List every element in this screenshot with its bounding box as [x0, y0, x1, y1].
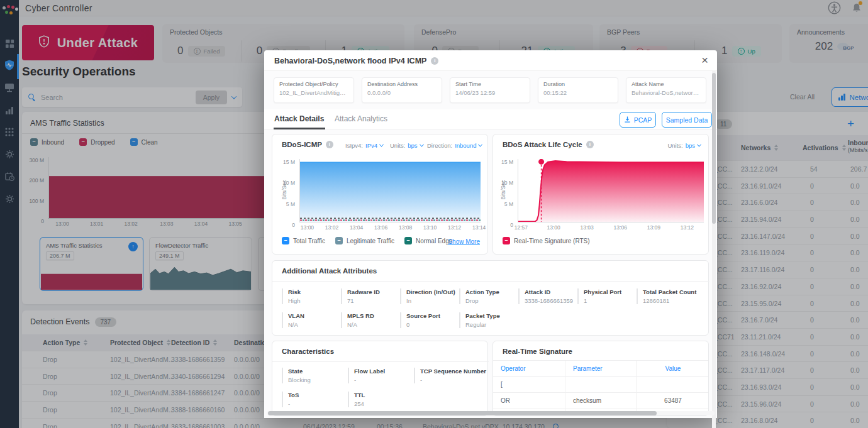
field-label: Protected Object/Policy — [279, 81, 348, 87]
field-label: Duration — [543, 81, 613, 87]
bdos-icmp-card: BDoS-ICMPi IsIpv4:IPv4 Units:bps Directi… — [272, 134, 488, 255]
legend-item[interactable]: – Normal Edge — [404, 237, 452, 244]
table-row: [ — [493, 376, 709, 393]
chars-row-1: StateBlocking Flow Label- TCP Sequence N… — [282, 368, 480, 383]
legend-item[interactable]: – Total Traffic — [282, 237, 325, 244]
attribute: RiskHigh — [282, 288, 341, 304]
cell-operator: OR — [493, 393, 565, 409]
cell-parameter — [565, 376, 637, 392]
chars-row-2: ToS- TTL254 — [282, 392, 414, 407]
cell-value — [637, 376, 709, 392]
attribute: Direction (In/Out)In — [400, 288, 459, 304]
field-value: 0.0.0.0/0 — [367, 89, 437, 96]
chevron-down-icon — [697, 143, 701, 147]
col-parameter[interactable]: Parameter — [565, 361, 637, 376]
show-more-link[interactable]: Show More — [448, 238, 480, 245]
attribute: Attack ID3338-1686661359 — [518, 288, 577, 304]
attribute: Physical Port1 — [577, 288, 637, 304]
legend-swatch-icon: – — [503, 237, 510, 244]
legend-item[interactable]: – Real-Time Signature (RTS) — [503, 237, 590, 244]
units-control[interactable]: Units:bps — [390, 142, 423, 149]
units-control[interactable]: Units:bps — [667, 142, 701, 149]
modal-content: BDoS-ICMPi IsIpv4:IPv4 Units:bps Directi… — [264, 130, 717, 418]
attribute: Source Port0 — [400, 312, 459, 328]
characteristics-title: Characteristics — [282, 348, 334, 355]
tab-attack-details[interactable]: Attack Details — [274, 114, 324, 123]
field-value: 00:15:22 — [543, 89, 613, 96]
attribute: TTL254 — [348, 392, 414, 407]
field-value: Behavioral-DoS,network flood IP... — [632, 89, 701, 96]
field-value: 14/06/23 12:59 — [455, 89, 525, 96]
close-icon[interactable]: × — [701, 53, 708, 67]
cell-parameter: checksum — [565, 393, 637, 409]
tab-attack-analytics[interactable]: Attack Analytics — [335, 114, 387, 123]
attribute: StateBlocking — [282, 368, 348, 383]
chevron-down-icon — [478, 143, 482, 147]
attrs-row-1: RiskHigh Radware ID71 Direction (In/Out)… — [282, 288, 696, 304]
modal-horizontal-scrollbar[interactable] — [267, 411, 715, 415]
attribute: Flow Label- — [348, 368, 414, 383]
bdos-icmp-title: BDoS-ICMPi — [282, 141, 333, 148]
attribute: Total Packet Count12860181 — [637, 288, 696, 304]
rts-rows: [ OR checksum 63487 ] — [493, 376, 709, 416]
legend-swatch-icon: – — [404, 237, 412, 244]
ipver-control[interactable]: IsIpv4:IPv4 — [345, 142, 383, 149]
cell-value: 63487 — [637, 393, 709, 409]
attack-summary-fields: Protected Object/Policy 102_IL_DivertAnd… — [264, 70, 717, 109]
active-tab-indicator — [274, 128, 325, 129]
attribute: Action TypeDrop — [459, 288, 518, 304]
info-icon[interactable]: i — [586, 141, 594, 148]
field-label: Start Time — [455, 81, 525, 87]
attribute: MPLS RDN/A — [341, 312, 400, 328]
attribute: VLANN/A — [282, 312, 341, 328]
summary-field: Protected Object/Policy 102_IL_DivertAnd… — [274, 77, 354, 103]
field-value: 102_IL_DivertAndMitigate_CC1... — [279, 89, 348, 96]
lifecycle-title: BDoS Attack Life Cyclei — [503, 141, 594, 148]
summary-field: Destination Address 0.0.0.0/0 — [362, 77, 442, 103]
attributes-title: Additional Attack Attributes — [282, 267, 377, 275]
col-value[interactable]: Value — [637, 361, 709, 376]
pcap-button[interactable]: PCAP — [620, 112, 656, 128]
attribute: TCP Sequence Number- — [414, 368, 480, 383]
chevron-down-icon — [379, 143, 384, 147]
legend-swatch-icon: – — [335, 237, 343, 244]
summary-field: Attack Name Behavioral-DoS,network flood… — [626, 77, 706, 103]
attribute: Radware ID71 — [341, 288, 400, 304]
attack-details-modal: Behavioral-DoS,network flood IPv4 ICMPi … — [264, 50, 717, 418]
attribute: ToS- — [282, 392, 348, 407]
attribute: Packet TypeRegular — [459, 312, 518, 328]
sampled-data-button[interactable]: Sampled Data — [662, 112, 712, 128]
summary-field: Start Time 14/06/23 12:59 — [450, 77, 530, 103]
lifecycle-card: BDoS Attack Life Cyclei Units:bps Bits/S… — [492, 134, 709, 255]
screen: Cyber Controller Under Attack Protected … — [0, 0, 868, 428]
summary-field: Duration 00:15:22 — [538, 77, 618, 103]
legend-item[interactable]: – Legitimate Traffic — [335, 237, 394, 244]
field-label: Destination Address — [367, 81, 437, 87]
table-row: OR checksum 63487 — [493, 393, 709, 409]
modal-vertical-scrollbar[interactable] — [712, 70, 716, 428]
lifecycle-legend: – Real-Time Signature (RTS) — [503, 237, 590, 244]
direction-control[interactable]: Direction:Inbound — [427, 142, 482, 149]
info-icon[interactable]: i — [431, 57, 438, 65]
download-icon — [624, 116, 631, 124]
rts-card: Real-Time Signature Operator Parameter V… — [492, 341, 709, 416]
modal-title: Behavioral-DoS,network flood IPv4 ICMPi — [274, 57, 438, 65]
cell-operator: [ — [493, 376, 565, 392]
attack-attributes-card: Additional Attack Attributes RiskHigh Ra… — [272, 260, 709, 336]
legend-swatch-icon: – — [282, 237, 289, 244]
bdos-icmp-chart: Bits/Sec 05 M10 M15 M 13:0013:0213:0413:… — [300, 159, 481, 222]
lifecycle-chart: Bits/Sec 05 M10 M15 M 12:5713:0013:0313:… — [518, 159, 704, 222]
rts-title: Real-Time Signature — [503, 348, 572, 355]
field-label: Attack Name — [632, 81, 701, 87]
chevron-down-icon — [420, 143, 424, 147]
characteristics-card: Characteristics StateBlocking Flow Label… — [272, 341, 488, 416]
modal-tabs: Attack Details Attack Analytics PCAP Sam… — [264, 109, 717, 129]
col-operator[interactable]: Operator — [493, 361, 565, 376]
info-icon[interactable]: i — [326, 141, 333, 148]
attrs-row-2: VLANN/A MPLS RDN/A Source Port0 Packet T… — [282, 312, 518, 328]
bdos-icmp-legend: – Total Traffic – Legitimate Traffic – N… — [282, 237, 452, 244]
